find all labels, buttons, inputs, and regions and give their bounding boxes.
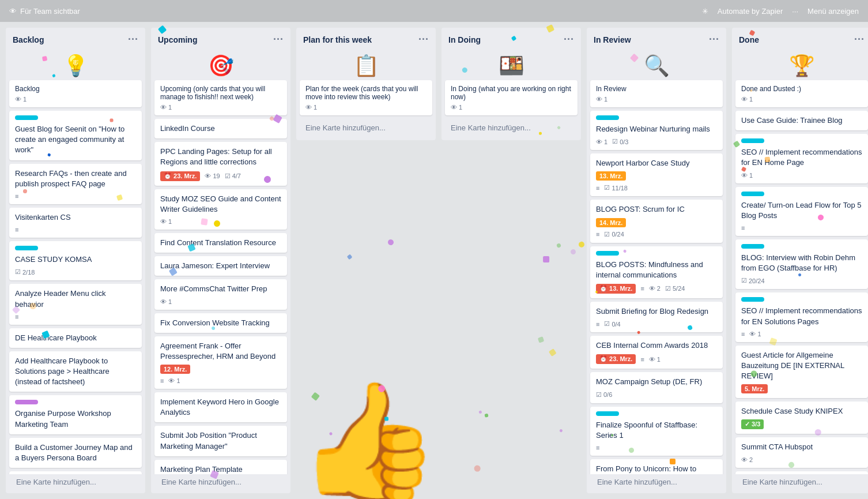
column-done: Done···🏆Done and Dusted :)👁 1Use Case Gu… xyxy=(732,28,868,493)
add-card-button-done[interactable]: Eine Karte hinzufügen... xyxy=(735,474,868,490)
list-item[interactable]: Laura Jameson: Expert Interview xyxy=(154,256,287,276)
list-item[interactable]: Add Healthcare Playbook to Solutions pag… xyxy=(9,351,142,392)
list-item[interactable]: Implement Keyword Hero in Google Analyti… xyxy=(154,392,287,422)
column-menu-button[interactable]: ··· xyxy=(418,33,429,46)
top-bar-right: ✳ Automate by Zapier ··· Menü anzeigen xyxy=(702,7,859,16)
card-meta: ≡☑ 0/4 xyxy=(596,320,717,328)
list-item[interactable]: Marketing Plan Template xyxy=(154,460,287,474)
list-item[interactable]: Summit CTA Hubspot👁 2 xyxy=(735,437,868,467)
intro-card-backlog[interactable]: Backlog👁 1 xyxy=(9,80,142,107)
list-item[interactable]: CEB Internal Comm Awards 2018⏰ 23. Mrz.≡… xyxy=(590,336,723,369)
cards-container-in-review: Redesign Webinar Nurturing mails👁 1☑ 0/3… xyxy=(587,111,726,474)
menu-link[interactable]: Menü anzeigen xyxy=(807,7,859,16)
list-item[interactable]: Schedule Case Study KNIPEX ✓ 3/3 xyxy=(735,402,868,434)
card-text: CEB Internal Comm Awards 2018 xyxy=(596,340,717,351)
eye-count: 👁 1 xyxy=(160,298,172,305)
list-item[interactable]: MOZ Campaign Setup (DE, FR)☑ 0/6 xyxy=(590,372,723,403)
add-card-placeholder[interactable]: Eine Karte hinzufügen... xyxy=(300,119,432,137)
column-icon-done: 🏆 xyxy=(732,49,868,80)
list-item[interactable]: Submit Job Position "Product Marketing M… xyxy=(154,426,287,456)
intro-card-text: In Doing (what you are working on right … xyxy=(451,85,572,101)
eye-icon: 👁 xyxy=(596,138,602,145)
eye-icon: 👁 xyxy=(168,377,175,384)
eye-count: 👁 1 xyxy=(168,377,180,384)
list-item[interactable]: SEO // Implement recommendations for EN … xyxy=(735,292,868,342)
check-icon: ☑ xyxy=(741,277,747,284)
card-label xyxy=(596,251,619,256)
intro-card-done[interactable]: Done and Dusted :)👁 1 xyxy=(735,80,868,107)
card-text: Submit Briefing for Blog Redesign xyxy=(596,306,717,317)
card-meta: ≡ xyxy=(15,313,136,320)
column-menu-button[interactable]: ··· xyxy=(709,33,719,46)
list-item[interactable]: Find Content Translation Resource xyxy=(154,233,287,253)
card-meta: ≡ xyxy=(596,444,717,451)
card-meta: ≡ xyxy=(15,226,136,233)
card-text: Implement Keyword Hero in Google Analyti… xyxy=(160,397,281,418)
add-card-button-backlog[interactable]: Eine Karte hinzufügen... xyxy=(9,474,142,490)
column-backlog: Backlog···💡Backlog👁 1Guest Blog for Seen… xyxy=(6,28,145,493)
list-item[interactable]: Agreement Frank - Offer Pressesprecher, … xyxy=(154,336,287,389)
list-item[interactable]: PPC Landing Pages: Setup for all Regions… xyxy=(154,142,287,185)
intro-card-in-doing[interactable]: In Doing (what you are working on right … xyxy=(445,80,578,115)
list-item[interactable]: Use Case Guide: Trainee Blog xyxy=(735,111,868,130)
list-item[interactable]: Visitenkarten CS≡ xyxy=(9,208,142,238)
eye-count: 👁 1 xyxy=(649,356,661,363)
card-meta: 👁 1 xyxy=(741,172,862,179)
list-item[interactable]: Redesign Webinar Nurturing mails👁 1☑ 0/3 xyxy=(590,111,723,150)
column-menu-button[interactable]: ··· xyxy=(128,33,138,46)
list-item[interactable]: Submit Briefing for Blog Redesign≡☑ 0/4 xyxy=(590,302,723,332)
column-icon-upcoming: 🎯 xyxy=(151,49,290,80)
list-item[interactable]: Organise Purpose Workshop Marketing Team xyxy=(9,395,142,434)
top-bar: 👁 Für Team sichtbar ✳ Automate by Zapier… xyxy=(0,0,868,22)
list-item[interactable]: More #CommsChat Twitter Prep👁 1 xyxy=(154,279,287,309)
list-item[interactable]: CASE STUDY KOMSA☑ 2/18 xyxy=(9,241,142,280)
column-header-in-doing: In Doing··· xyxy=(441,28,581,49)
card-meta: ☑ 2/18 xyxy=(15,268,136,276)
list-item[interactable]: Build a Customer Journey Map and a Buyer… xyxy=(9,438,142,468)
clock-badge: ⏰ 23. Mrz. xyxy=(596,354,636,364)
list-item[interactable]: BLOG POST: Scrum for IC 14. Mrz. ≡☑ 0/24 xyxy=(590,200,723,242)
list-item[interactable]: Fix Conversion Website Tracking xyxy=(154,313,287,333)
column-icon-plan-week: 📋 xyxy=(296,49,436,80)
list-item[interactable]: Study MOZ SEO Guide and Content Writer G… xyxy=(154,189,287,230)
board: Backlog···💡Backlog👁 1Guest Blog for Seen… xyxy=(0,22,868,499)
add-card-button-upcoming[interactable]: Eine Karte hinzufügen... xyxy=(154,474,287,490)
eye-icon: 👁 xyxy=(749,331,756,337)
list-item[interactable]: BLOG: Interview with Robin Dehm from EGO… xyxy=(735,239,868,289)
column-menu-button[interactable]: ··· xyxy=(854,33,865,46)
check-icon: ☑ xyxy=(604,231,610,238)
list-item[interactable]: Finalize Spoonful of Staffbase: Series 1… xyxy=(590,407,723,456)
column-menu-button[interactable]: ··· xyxy=(564,33,574,46)
intro-card-in-review[interactable]: In Review👁 1 xyxy=(590,80,723,107)
card-text: Visitenkarten CS xyxy=(15,212,136,223)
list-item[interactable]: Create/ Turn-on Lead Flow for Top 5 Blog… xyxy=(735,187,868,236)
list-item[interactable]: LinkedIn Course xyxy=(154,119,287,138)
list-item[interactable]: Research FAQs - then create and publish … xyxy=(9,164,142,204)
eye-icon: 👁 xyxy=(160,298,167,305)
list-item[interactable]: SEO // Implement recommendations for EN … xyxy=(735,134,868,183)
intro-card-upcoming[interactable]: Upcoming (only cards that you will manag… xyxy=(154,80,287,115)
list-item[interactable]: BLOG POSTS: Mindfulness and internal com… xyxy=(590,246,723,298)
list-item[interactable]: DE Healthcare Playbook xyxy=(9,328,142,348)
check-icon: ☑ xyxy=(596,391,602,399)
description-icon: ≡ xyxy=(15,226,18,233)
list-item[interactable]: Newport Harbor Case Study 13. Mrz. ≡☑ 11… xyxy=(590,153,723,196)
card-text: SEO // Implement recommendations for EN … xyxy=(741,147,862,168)
column-header-in-review: In Review··· xyxy=(587,28,726,49)
list-item[interactable]: change product image on sharepoint solut… xyxy=(9,471,142,474)
card-text: Find Content Translation Resource xyxy=(160,238,281,248)
list-item[interactable]: Analyze Header Menu click behavior≡ xyxy=(9,284,142,324)
due-date-badge: 12. Mrz. xyxy=(160,365,190,374)
list-item[interactable]: From Pony to Unicorn: How to Transform y… xyxy=(590,459,723,474)
add-card-placeholder[interactable]: Eine Karte hinzufügen... xyxy=(445,119,578,137)
description-icon: ≡ xyxy=(596,321,599,328)
card-text: SEO // Implement recommendations for EN … xyxy=(741,306,862,327)
list-item[interactable]: Summit Ad for Quadriga Newsletter👁 1 xyxy=(735,471,868,474)
list-item[interactable]: Guest Article for Allgemeine Bauzeitung … xyxy=(735,346,868,399)
column-menu-button[interactable]: ··· xyxy=(273,33,284,46)
intro-card-plan-week[interactable]: Plan for the week (cards that you will m… xyxy=(300,80,432,115)
automate-link[interactable]: Automate by Zapier xyxy=(718,7,783,16)
list-item[interactable]: Guest Blog for Seenit on "How to create … xyxy=(9,111,142,160)
add-card-button-in-review[interactable]: Eine Karte hinzufügen... xyxy=(590,474,723,490)
check-icon: ☑ xyxy=(604,320,610,328)
